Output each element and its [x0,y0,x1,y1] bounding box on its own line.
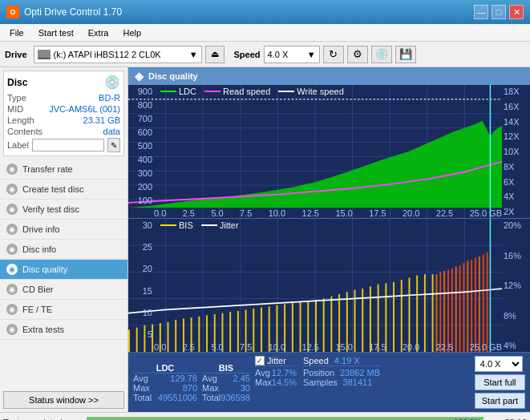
label-edit-button[interactable]: ✎ [107,138,120,152]
nav-fe-te[interactable]: ◉ FE / TE [0,300,127,320]
menu-file[interactable]: File [3,24,30,41]
burn-button[interactable]: 💿 [371,46,392,63]
refresh-button[interactable]: ↻ [323,46,344,63]
type-label: Type [7,93,26,103]
nav-icon-fete: ◉ [6,304,18,315]
jitter-max-val: 14.5% [272,378,297,387]
svg-rect-76 [447,270,449,352]
progress-bar: 100.0% [87,417,483,421]
max-label-bis: Max [202,383,219,393]
nav-label-create: Create test disc [22,184,83,194]
nav-label-verify: Verify test disc [22,204,79,214]
ldc-max-val: 870 [183,383,197,393]
nav-disc-info[interactable]: ◉ Disc info [0,240,127,260]
svg-rect-81 [467,261,468,352]
bis-avg-row: Avg 2.45 [202,374,250,383]
menu-start-test[interactable]: Start test [32,24,80,41]
close-button[interactable]: ✕ [509,5,524,19]
ldc-chart-svg [128,85,502,218]
ldc-avg-val: 129.78 [170,374,197,383]
start-full-button[interactable]: Start full [475,374,525,390]
drive-value: (k:) ATAPl iHBS112 2 CL0K [54,50,161,59]
minimize-button[interactable]: — [474,5,488,19]
app-icon: O [6,6,19,18]
bis-total-row: Total 936598 [202,393,250,402]
save-button[interactable]: 💾 [395,46,416,63]
mid-value: JVC-AMS6L (001) [49,104,120,114]
eject-button[interactable]: ⏏ [205,46,225,63]
ldc-header: LDC [133,363,197,374]
status-text: Test completed [3,418,83,421]
panel-header: ◈ Disc quality [128,67,530,85]
nav-extra-tests[interactable]: ◉ Extra tests [0,320,127,340]
label-input[interactable] [32,139,104,151]
nav-icon-verify: ◉ [6,204,18,215]
ldc-max-row: Max 870 [133,383,197,393]
status-bar: Test completed 100.0% 33:12 [0,412,530,420]
sidebar: Disc 💿 Type BD-R MID JVC-AMS6L (001) Len… [0,67,128,412]
speed-combo-selector[interactable]: 4.0 X 8.0 X [475,356,523,372]
nav-label-quality: Disc quality [22,265,67,274]
nav-verify-test-disc[interactable]: ◉ Verify test disc [0,200,127,220]
svg-rect-77 [451,269,453,352]
menu-extra[interactable]: Extra [82,24,115,41]
bis-max-row: Max 30 [202,383,250,393]
bis-chart: BIS Jitter [128,219,530,353]
nav-label-transfer: Transfer rate [22,164,73,174]
nav-transfer-rate[interactable]: ◉ Transfer rate [0,160,127,180]
nav-label-bier: CD Bier [22,285,54,294]
samples-label: Samples [303,378,338,387]
speed-stat-val: 4.19 X [334,356,360,365]
title-bar: O Opti Drive Control 1.70 — □ ✕ [0,0,530,24]
settings-button[interactable]: ⚙ [347,46,368,63]
avg-label-jitter: Avg [255,368,270,378]
drive-selector[interactable]: (k:) ATAPl iHBS112 2 CL0K ▼ [34,46,202,63]
samples-row: Samples 381411 [303,378,380,387]
speed-selector[interactable]: 4.0 X ▼ [264,46,320,63]
svg-rect-79 [459,265,461,352]
nav-label-extra: Extra tests [22,325,64,334]
nav-cd-bier[interactable]: ◉ CD Bier [0,280,127,300]
avg-label-ldc: Avg [133,374,148,383]
jitter-checkbox[interactable]: ✓ [255,356,265,365]
legend-write-speed: Write speed [297,87,344,96]
nav-drive-info[interactable]: ◉ Drive info [0,220,127,240]
menu-help[interactable]: Help [116,24,148,41]
toolbar: Drive (k:) ATAPl iHBS112 2 CL0K ▼ ⏏ Spee… [0,42,530,67]
panel-title: Disc quality [148,71,198,81]
svg-rect-86 [487,252,488,353]
length-label: Length [7,115,34,125]
chart2-legend: BIS Jitter [160,220,239,230]
svg-rect-80 [463,263,464,352]
total-label-bis: Total [202,393,220,402]
nav-icon-transfer: ◉ [6,164,18,175]
maximize-button[interactable]: □ [492,5,506,19]
svg-rect-67 [393,282,394,352]
jitter-label: Jitter [267,356,286,365]
avg-label-bis: Avg [202,374,217,383]
nav-icon-drive: ◉ [6,224,18,235]
charts-container: LDC Read speed Write speed [128,85,530,412]
nav-icon-create: ◉ [6,184,18,195]
disc-icon: 💿 [104,75,120,90]
panel-header-icon: ◈ [135,70,144,83]
bis-chart-svg [128,219,502,352]
speed-stat-label: Speed [303,356,329,365]
chart1-y-axis-right: 18X16X14X12X10X8X6X4X2X [502,85,530,218]
speed-stats: Speed 4.19 X Position 23862 MB Samples 3… [303,356,380,387]
start-part-button[interactable]: Start part [475,393,525,409]
ldc-total-val: 49551006 [158,393,197,402]
drive-arrow-icon: ▼ [189,50,198,59]
chart2-y-axis-left: 30252015105 [128,219,154,341]
speed-arrow-icon: ▼ [307,50,316,59]
status-window-button[interactable]: Status window >> [3,391,124,409]
nav-create-test-disc[interactable]: ◉ Create test disc [0,180,127,200]
nav-label-drive: Drive info [22,224,59,234]
max-label-jitter: Max [255,378,272,387]
total-label-ldc: Total [133,393,152,402]
svg-rect-83 [475,257,476,352]
ldc-total-row: Total 49551006 [133,393,197,402]
nav-icon-quality: ◉ [6,264,18,275]
nav-disc-quality[interactable]: ◉ Disc quality [0,260,127,280]
chart1-x-axis: 0.02.55.07.510.012.515.017.520.022.525.0… [154,208,502,218]
